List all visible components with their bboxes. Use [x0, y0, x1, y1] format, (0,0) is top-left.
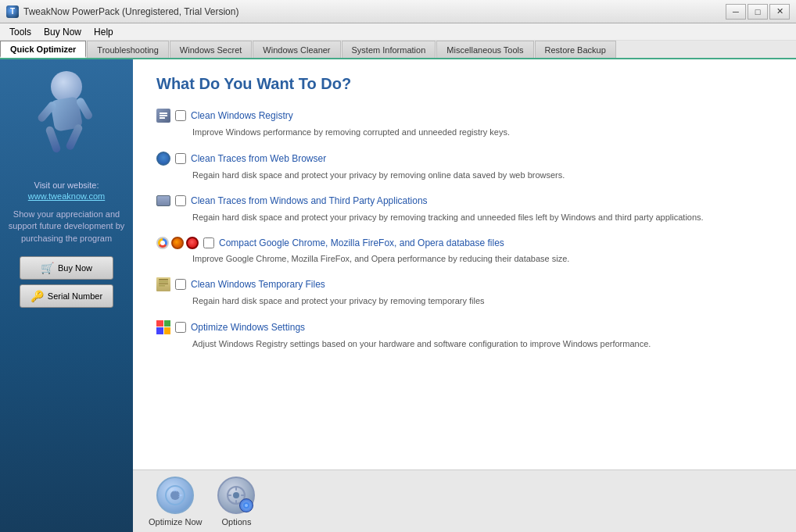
- clean-browser-description: Regain hard disk space and protect your …: [192, 169, 773, 182]
- tab-bar: Quick Optimizer Troubleshooting Windows …: [0, 41, 796, 59]
- options-badge: [239, 498, 253, 512]
- content-area: What Do You Want To Do? Clean Windows Re…: [133, 59, 796, 470]
- menu-help[interactable]: Help: [88, 25, 120, 39]
- clean-registry-description: Improve Windows performance by removing …: [192, 126, 773, 139]
- compact-db-description: Improve Google Chrome, Mozilla FireFox, …: [192, 252, 773, 266]
- registry-icon-shape: [156, 109, 170, 123]
- task-optimize-windows: Optimize Windows Settings Adjust Windows…: [156, 320, 773, 351]
- clean-browser-label[interactable]: Clean Traces from Web Browser: [191, 153, 326, 164]
- task-compact-db: Compact Google Chrome, Mozilla FireFox, …: [156, 237, 773, 266]
- svg-rect-5: [159, 284, 168, 285]
- title-bar-text: TweakNow PowerPack (Unregistered, Trial …: [23, 6, 726, 17]
- task-clean-browser: Clean Traces from Web Browser Regain har…: [156, 152, 773, 182]
- tab-windows-cleaner[interactable]: Windows Cleaner: [253, 41, 340, 58]
- clean-temp-label[interactable]: Clean Windows Temporary Files: [191, 279, 325, 290]
- svg-rect-11: [235, 487, 237, 491]
- options-icon: [217, 477, 255, 514]
- tab-quick-optimizer[interactable]: Quick Optimizer: [0, 41, 86, 58]
- svg-point-8: [170, 491, 180, 500]
- tab-system-information[interactable]: System Information: [342, 41, 436, 58]
- sidebar: Visit our website: www.tweaknow.com Show…: [0, 59, 133, 532]
- options-button[interactable]: Options: [217, 477, 255, 527]
- svg-point-16: [245, 504, 248, 507]
- opera-icon: [186, 237, 199, 249]
- serial-number-label: Serial Number: [48, 291, 102, 301]
- serial-number-button[interactable]: 🔑 Serial Number: [20, 284, 113, 308]
- clean-traces-checkbox[interactable]: [175, 195, 186, 206]
- clean-registry-checkbox[interactable]: [175, 110, 186, 121]
- maximize-button[interactable]: □: [748, 4, 768, 20]
- sidebar-website-label: Visit our website:: [34, 180, 99, 190]
- windows-flag-icon-shape: [156, 320, 170, 334]
- registry-icon: [156, 109, 170, 123]
- compact-db-label[interactable]: Compact Google Chrome, Mozilla FireFox, …: [219, 237, 504, 248]
- optimize-windows-description: Adjust Windows Registry settings based o…: [192, 337, 773, 351]
- svg-rect-6: [159, 285, 165, 287]
- clean-temp-description: Regain hard disk space and protect your …: [192, 295, 773, 308]
- svg-rect-0: [160, 112, 167, 114]
- main-layout: Visit our website: www.tweaknow.com Show…: [0, 59, 796, 532]
- svg-rect-13: [228, 495, 231, 496]
- compact-db-checkbox[interactable]: [203, 237, 214, 248]
- svg-rect-4: [159, 281, 168, 283]
- sidebar-mascot: [20, 67, 113, 169]
- clean-traces-description: Regain hard disk space and protect your …: [192, 211, 773, 224]
- menu-bar: Tools Buy Now Help: [0, 23, 796, 41]
- minimize-button[interactable]: ─: [726, 4, 746, 20]
- optimize-windows-label[interactable]: Optimize Windows Settings: [191, 322, 305, 333]
- clean-browser-checkbox[interactable]: [175, 153, 186, 164]
- svg-rect-2: [160, 117, 165, 119]
- task-clean-traces: Clean Traces from Windows and Third Part…: [156, 194, 773, 224]
- optimize-now-button[interactable]: Optimize Now: [149, 477, 202, 527]
- mascot-figure: [27, 67, 106, 161]
- options-label: Options: [222, 517, 252, 527]
- globe-icon: [156, 152, 170, 166]
- chrome-icon: [156, 237, 169, 249]
- globe-icon-shape: [156, 152, 170, 166]
- task-optimize-windows-header: Optimize Windows Settings: [156, 320, 773, 334]
- temp-icon-shape: [156, 277, 170, 291]
- menu-buynow[interactable]: Buy Now: [38, 25, 88, 39]
- title-bar: T TweakNow PowerPack (Unregistered, Tria…: [0, 0, 796, 23]
- tab-windows-secret[interactable]: Windows Secret: [170, 41, 252, 58]
- optimize-now-label: Optimize Now: [149, 517, 202, 527]
- tab-troubleshooting[interactable]: Troubleshooting: [87, 41, 168, 58]
- clean-traces-label[interactable]: Clean Traces from Windows and Third Part…: [191, 195, 428, 206]
- task-clean-browser-header: Clean Traces from Web Browser: [156, 152, 773, 166]
- task-compact-db-header: Compact Google Chrome, Mozilla FireFox, …: [156, 237, 773, 249]
- multi-browser-icons: [156, 237, 199, 249]
- svg-point-10: [233, 492, 239, 498]
- svg-rect-12: [235, 500, 237, 504]
- task-clean-temp-header: Clean Windows Temporary Files: [156, 277, 773, 291]
- tab-miscellaneous-tools[interactable]: Miscellaneous Tools: [436, 41, 533, 58]
- key-icon: 🔑: [30, 290, 44, 302]
- monitor-icon: [156, 194, 170, 208]
- buy-now-label: Buy Now: [58, 263, 92, 273]
- clean-registry-label[interactable]: Clean Windows Registry: [191, 110, 293, 121]
- svg-rect-3: [159, 279, 168, 280]
- app-icon: T: [6, 5, 19, 18]
- buy-now-button[interactable]: 🛒 Buy Now: [20, 256, 113, 280]
- sidebar-website-link[interactable]: www.tweaknow.com: [28, 191, 105, 201]
- firefox-icon: [171, 237, 184, 249]
- optimize-now-icon: [156, 477, 194, 514]
- bottom-toolbar: Optimize Now Options: [133, 470, 796, 532]
- task-clean-temp: Clean Windows Temporary Files Regain har…: [156, 277, 773, 308]
- clean-temp-checkbox[interactable]: [175, 279, 186, 290]
- optimize-windows-checkbox[interactable]: [175, 322, 186, 333]
- menu-tools[interactable]: Tools: [3, 25, 38, 39]
- close-button[interactable]: ✕: [769, 4, 790, 20]
- monitor-icon-shape: [156, 195, 170, 206]
- title-bar-buttons: ─ □ ✕: [726, 4, 790, 20]
- tab-restore-backup[interactable]: Restore Backup: [535, 41, 616, 58]
- windows-flag-icon: [156, 320, 170, 334]
- sidebar-support-text: Show your appreciation and support futur…: [8, 209, 125, 245]
- temp-icon: [156, 277, 170, 291]
- svg-rect-1: [160, 115, 167, 116]
- task-clean-registry-header: Clean Windows Registry: [156, 109, 773, 123]
- svg-rect-14: [241, 495, 245, 496]
- cart-icon: 🛒: [41, 262, 54, 274]
- task-clean-traces-header: Clean Traces from Windows and Third Part…: [156, 194, 773, 208]
- task-clean-registry: Clean Windows Registry Improve Windows p…: [156, 109, 773, 139]
- content-title: What Do You Want To Do?: [156, 75, 773, 93]
